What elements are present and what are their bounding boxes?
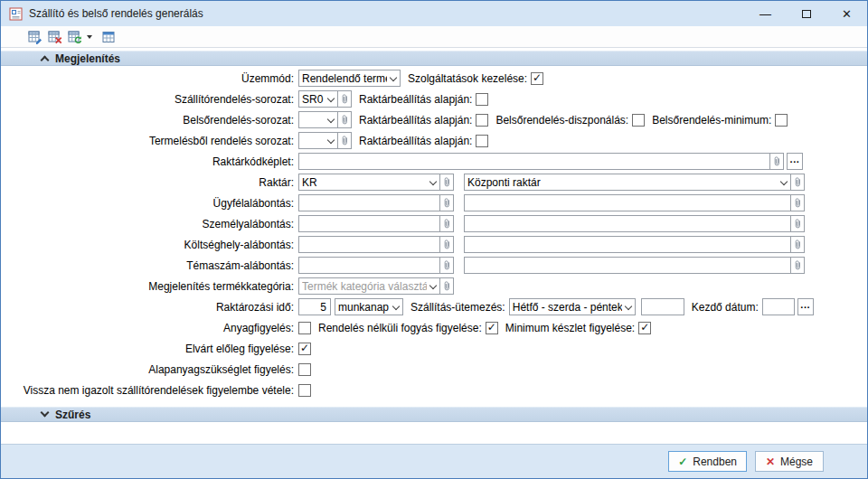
dropdown-button[interactable] bbox=[325, 133, 337, 148]
raktarbeallitas-checkbox-3[interactable] bbox=[476, 135, 488, 147]
paperclip-icon bbox=[443, 218, 451, 230]
dropdown-button[interactable] bbox=[778, 174, 790, 190]
anyagfigyeles-checkbox[interactable] bbox=[298, 322, 311, 334]
table-edit-button[interactable] bbox=[26, 28, 44, 46]
attachment-button[interactable] bbox=[791, 236, 805, 253]
attachment-button[interactable] bbox=[440, 174, 454, 191]
attachment-button[interactable] bbox=[440, 277, 454, 295]
section-header-szures[interactable]: Szűrés bbox=[1, 407, 867, 422]
attachment-button[interactable] bbox=[791, 194, 805, 211]
paperclip-icon bbox=[794, 176, 802, 188]
ugyfelalabontas-input-1[interactable] bbox=[298, 194, 440, 211]
temaszam-input-1[interactable] bbox=[298, 257, 440, 274]
attachment-button[interactable] bbox=[338, 111, 352, 128]
belsorendeles-diszponalas-checkbox[interactable] bbox=[632, 114, 645, 127]
szallitas-utemezes-extra-input[interactable] bbox=[641, 298, 684, 315]
minimum-keszlet-checkbox[interactable]: ✓ bbox=[638, 322, 651, 334]
raktarkodkeplet-input[interactable] bbox=[298, 153, 770, 170]
dropdown-button[interactable] bbox=[325, 91, 337, 107]
rendeles-nelkuli-checkbox[interactable]: ✓ bbox=[486, 322, 498, 334]
section-header-megjelenites[interactable]: Megjelenítés bbox=[1, 51, 867, 66]
uzemmod-select[interactable]: Rendelendő termék bbox=[298, 70, 401, 87]
row-vissza-nem-igazolt: Vissza nem igazolt szállítórendelések fi… bbox=[1, 380, 867, 400]
attachment-button[interactable] bbox=[338, 90, 352, 108]
attachment-button[interactable] bbox=[440, 236, 454, 253]
raktarkodkeplet-label: Raktárkódképlet: bbox=[1, 155, 298, 168]
termekkategoria-select[interactable]: Termék kategória választás bbox=[298, 277, 440, 295]
table-delete-button[interactable] bbox=[46, 28, 64, 46]
minimize-icon: — bbox=[760, 7, 771, 21]
uzemmod-value: Rendelendő termék bbox=[302, 72, 387, 85]
attachment-button[interactable] bbox=[440, 257, 454, 274]
attachment-button[interactable] bbox=[791, 257, 805, 274]
check-icon: ✓ bbox=[640, 322, 649, 333]
row-raktar: Raktár: KR Központi raktár bbox=[1, 172, 867, 193]
paperclip-icon bbox=[773, 155, 781, 167]
koltseghely-input-1[interactable] bbox=[298, 236, 440, 253]
szallitorendeles-value: SR0 bbox=[302, 93, 325, 106]
raktarbeallitas-label: Raktárbeállítás alapján: bbox=[359, 93, 472, 106]
table-refresh-button[interactable] bbox=[66, 28, 84, 46]
szolgaltatasok-checkbox[interactable]: ✓ bbox=[531, 72, 543, 85]
dropdown-button[interactable] bbox=[427, 174, 439, 190]
szemelyalabontas-input-2[interactable] bbox=[464, 215, 791, 232]
cancel-button-label: Mégse bbox=[780, 456, 813, 468]
ugyfelalabontas-label: Ügyfélalábontás: bbox=[1, 197, 298, 210]
koltseghely-input-2[interactable] bbox=[464, 236, 791, 253]
dropdown-button[interactable] bbox=[387, 70, 400, 86]
minimize-button[interactable]: — bbox=[745, 1, 786, 26]
koltseghely-label: Költséghely-alábontás: bbox=[1, 239, 298, 251]
attachment-button[interactable] bbox=[770, 153, 784, 170]
dropdown-button[interactable] bbox=[390, 299, 402, 315]
attachment-button[interactable] bbox=[440, 215, 454, 232]
temaszam-input-2[interactable] bbox=[464, 257, 791, 274]
check-icon: ✓ bbox=[678, 456, 687, 468]
termelesbol-label: Termelésből rendelés sorozat: bbox=[1, 135, 298, 147]
raktarozasi-ido-unit-select[interactable]: munkanap bbox=[335, 298, 403, 315]
attachment-button[interactable] bbox=[338, 132, 352, 149]
belsorendeles-select[interactable] bbox=[298, 111, 338, 128]
minimum-keszlet-label: Minimum készlet figyelése: bbox=[505, 322, 635, 334]
szallitorendeles-select[interactable]: SR0 bbox=[298, 90, 338, 108]
toolbar bbox=[1, 26, 867, 48]
toolbar-dropdown-icon[interactable] bbox=[87, 35, 92, 39]
attachment-button[interactable] bbox=[440, 194, 454, 211]
dropdown-button[interactable] bbox=[622, 299, 635, 315]
maximize-button[interactable] bbox=[786, 1, 826, 26]
vissza-nem-igazolt-checkbox[interactable] bbox=[298, 384, 311, 397]
raktarozasi-ido-input[interactable]: 5 bbox=[298, 298, 331, 315]
elvart-eloleg-label: Elvárt előleg figyelése: bbox=[1, 343, 298, 355]
kezdo-datum-picker-button[interactable]: ··· bbox=[797, 298, 814, 315]
raktarozasi-ido-unit: munkanap bbox=[338, 301, 390, 314]
titlebar: Szállító és belső rendelés generálás — ✕ bbox=[1, 1, 867, 26]
raktar-code-select[interactable]: KR bbox=[298, 174, 440, 191]
termelesbol-select[interactable] bbox=[298, 132, 338, 149]
temaszam-label: Témaszám-alábontás: bbox=[1, 259, 298, 272]
ok-button[interactable]: ✓ Rendben bbox=[668, 451, 747, 472]
raktarbeallitas-checkbox-1[interactable] bbox=[476, 93, 488, 106]
ugyfelalabontas-input-2[interactable] bbox=[464, 194, 791, 211]
paperclip-icon bbox=[794, 239, 802, 250]
belsorendeles-minimum-checkbox[interactable] bbox=[775, 114, 788, 127]
table-columns-button[interactable] bbox=[99, 28, 118, 46]
attachment-button[interactable] bbox=[791, 174, 805, 191]
elvart-eloleg-checkbox[interactable]: ✓ bbox=[298, 343, 311, 355]
raktarozasi-ido-label: Raktározási idő: bbox=[1, 301, 298, 314]
row-elvart-eloleg: Elvárt előleg figyelése: ✓ bbox=[1, 338, 867, 359]
raktarbeallitas-checkbox-2[interactable] bbox=[476, 114, 488, 127]
dropdown-button[interactable] bbox=[427, 278, 439, 294]
kezdo-datum-input[interactable] bbox=[762, 298, 795, 315]
szallitas-utemezes-label: Szállítás-ütemezés: bbox=[410, 301, 505, 314]
szemelyalabontas-input-1[interactable] bbox=[298, 215, 440, 232]
close-button[interactable]: ✕ bbox=[826, 1, 867, 26]
dropdown-button[interactable] bbox=[325, 112, 337, 127]
attachment-button[interactable] bbox=[791, 215, 805, 232]
row-temaszam: Témaszám-alábontás: bbox=[1, 255, 867, 276]
raktarkodkeplet-browse-button[interactable]: ··· bbox=[787, 153, 803, 170]
szallitas-utemezes-select[interactable]: Hétfő - szerda - péntek bbox=[509, 298, 636, 315]
cancel-button[interactable]: ✕ Mégse bbox=[755, 451, 824, 472]
paperclip-icon bbox=[443, 239, 451, 250]
raktar-name-select[interactable]: Központi raktár bbox=[464, 174, 791, 191]
row-szallitorendeles: Szállítórendelés-sorozat: SR0 Raktárbeál… bbox=[1, 89, 867, 109]
alapanyag-checkbox[interactable] bbox=[298, 363, 311, 376]
